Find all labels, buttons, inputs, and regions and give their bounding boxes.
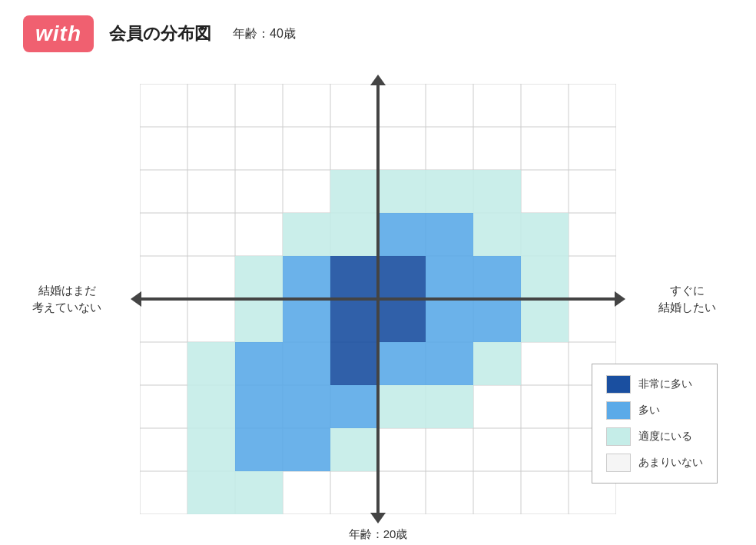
main-area: すぐに結婚したい 結婚はまだ考えていない 年齢：20歳 非常に多い 多い 適度に… <box>23 68 733 530</box>
svg-rect-44 <box>473 299 521 342</box>
svg-rect-24 <box>426 170 473 213</box>
svg-rect-42 <box>378 299 426 342</box>
legend-item-low: あまりいない <box>606 454 703 472</box>
svg-rect-36 <box>426 256 473 299</box>
logo-box: with <box>23 15 94 52</box>
svg-rect-47 <box>235 342 283 385</box>
arrow-up-icon <box>370 75 386 85</box>
svg-rect-46 <box>187 342 235 385</box>
svg-rect-39 <box>235 299 283 342</box>
svg-rect-45 <box>521 299 569 342</box>
svg-rect-31 <box>521 213 569 256</box>
arrow-down-icon <box>370 513 386 523</box>
svg-rect-34 <box>330 256 378 299</box>
legend-label-medium: 適度にいる <box>638 430 692 444</box>
grid-container: すぐに結婚したい 結婚はまだ考えていない 年齢：20歳 <box>140 84 616 514</box>
legend-label-low: あまりいない <box>638 456 703 470</box>
svg-rect-27 <box>330 213 378 256</box>
legend-label-very-high: 非常に多い <box>638 377 692 391</box>
legend-item-medium: 適度にいる <box>606 427 703 446</box>
svg-rect-56 <box>330 385 378 428</box>
svg-rect-26 <box>283 213 330 256</box>
svg-rect-41 <box>330 299 378 342</box>
svg-rect-35 <box>378 256 426 299</box>
header: with 会員の分布図 年齢：40歳 <box>23 15 733 52</box>
axis-label-right: すぐに結婚したい <box>658 281 716 316</box>
svg-rect-29 <box>426 213 473 256</box>
svg-rect-63 <box>187 471 235 514</box>
svg-rect-57 <box>378 385 426 428</box>
svg-rect-38 <box>521 256 569 299</box>
svg-rect-64 <box>235 471 283 514</box>
chart-title: 会員の分布図 <box>109 22 211 45</box>
svg-rect-22 <box>330 170 378 213</box>
svg-rect-33 <box>283 256 330 299</box>
age-top-label: 年齢：40歳 <box>233 26 296 42</box>
svg-rect-40 <box>283 299 330 342</box>
legend-label-high: 多い <box>638 404 660 417</box>
svg-rect-32 <box>235 256 283 299</box>
svg-rect-23 <box>378 170 426 213</box>
svg-rect-51 <box>426 342 473 385</box>
svg-rect-55 <box>283 385 330 428</box>
svg-rect-37 <box>473 256 521 299</box>
svg-rect-49 <box>330 342 378 385</box>
svg-rect-60 <box>235 428 283 471</box>
svg-rect-62 <box>330 428 378 471</box>
svg-rect-59 <box>187 428 235 471</box>
axis-label-left: 結婚はまだ考えていない <box>32 281 101 316</box>
svg-rect-43 <box>426 299 473 342</box>
svg-rect-48 <box>283 342 330 385</box>
svg-rect-25 <box>473 170 521 213</box>
svg-rect-52 <box>473 342 521 385</box>
app: with 会員の分布図 年齢：40歳 <box>0 0 756 545</box>
axis-label-bottom: 年齢：20歳 <box>349 527 408 542</box>
svg-rect-58 <box>426 385 473 428</box>
svg-rect-61 <box>283 428 330 471</box>
svg-rect-50 <box>378 342 426 385</box>
arrow-right-icon <box>615 291 625 307</box>
legend-item-very-high: 非常に多い <box>606 375 703 394</box>
vertical-axis <box>376 84 380 514</box>
svg-rect-53 <box>187 385 235 428</box>
svg-rect-28 <box>378 213 426 256</box>
logo-text: with <box>35 22 81 46</box>
arrow-left-icon <box>131 291 141 307</box>
svg-rect-54 <box>235 385 283 428</box>
legend-item-high: 多い <box>606 401 703 420</box>
svg-rect-30 <box>473 213 521 256</box>
